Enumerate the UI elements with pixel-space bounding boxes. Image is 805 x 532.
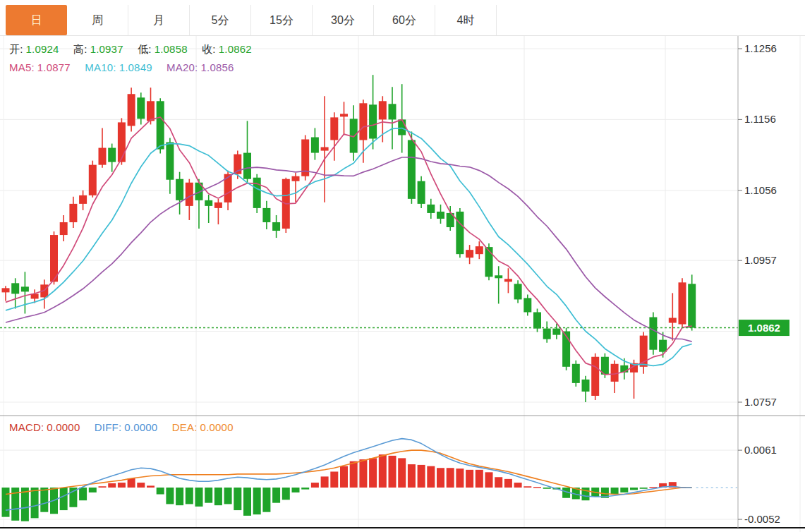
macd-bar-positive xyxy=(523,486,531,488)
tab-30分[interactable]: 30分 xyxy=(313,5,374,35)
macd-bar-positive xyxy=(118,483,126,488)
candle-down[interactable] xyxy=(311,138,319,153)
candle-down[interactable] xyxy=(205,200,212,206)
candles-layer[interactable] xyxy=(2,75,696,402)
tab-4时[interactable]: 4时 xyxy=(435,5,497,35)
macd-bar-positive xyxy=(369,458,377,488)
candle-up[interactable] xyxy=(89,165,97,195)
candle-up[interactable] xyxy=(99,148,107,165)
macd-axis-labels: 0.0061-0.0052 xyxy=(738,444,780,525)
tab-60分[interactable]: 60分 xyxy=(374,5,435,35)
macd-bar-positive xyxy=(427,466,435,488)
candle-down[interactable] xyxy=(389,104,397,119)
candle-up[interactable] xyxy=(147,101,155,121)
candle-down[interactable] xyxy=(157,101,164,149)
candle-down[interactable] xyxy=(437,212,444,219)
tab-周[interactable]: 周 xyxy=(67,5,128,35)
candle-up[interactable] xyxy=(60,222,68,235)
macd-histogram[interactable] xyxy=(2,454,686,521)
candle-up[interactable] xyxy=(79,195,87,204)
macd-bar-positive xyxy=(437,468,444,488)
macd-bar-positive xyxy=(514,483,522,488)
candle-down[interactable] xyxy=(688,284,696,327)
candle-down[interactable] xyxy=(582,380,590,392)
macd-bar-positive xyxy=(330,471,338,488)
macd-bar-positive xyxy=(108,483,116,488)
candle-down[interactable] xyxy=(427,205,435,213)
candle-down[interactable] xyxy=(495,275,502,278)
candle-down[interactable] xyxy=(552,329,560,335)
macd-bar-positive xyxy=(456,468,464,488)
macd-bar-positive xyxy=(485,472,493,488)
candle-up[interactable] xyxy=(669,318,677,323)
candle-down[interactable] xyxy=(523,298,531,312)
candle-down[interactable] xyxy=(543,329,551,339)
macd-bar-negative xyxy=(195,488,203,507)
candle-down[interactable] xyxy=(166,143,174,180)
candle-up[interactable] xyxy=(214,202,222,208)
candle-down[interactable] xyxy=(11,283,19,294)
candle-down[interactable] xyxy=(108,148,116,162)
macd-bar-positive xyxy=(418,465,425,488)
macd-bar-negative xyxy=(262,488,270,512)
candle-down[interactable] xyxy=(137,97,145,119)
macd-bar-positive xyxy=(311,483,319,488)
candle-down[interactable] xyxy=(659,340,667,352)
candle-up[interactable] xyxy=(330,117,338,140)
svg-text:1.1156: 1.1156 xyxy=(744,113,776,125)
candle-up[interactable] xyxy=(186,183,193,206)
macd-bar-positive xyxy=(137,483,145,488)
candle-down[interactable] xyxy=(369,104,377,138)
candle-up[interactable] xyxy=(69,204,77,222)
candle-down[interactable] xyxy=(514,284,522,299)
candle-up[interactable] xyxy=(679,282,686,324)
candle-down[interactable] xyxy=(253,178,261,208)
macd-bar-negative xyxy=(79,488,87,500)
candle-down[interactable] xyxy=(649,318,657,350)
macd-bar-negative xyxy=(282,488,290,500)
price-chart[interactable]: 1.12561.11561.10561.09571.07571.08620.00… xyxy=(0,36,805,532)
svg-text:0.0061: 0.0061 xyxy=(744,444,777,456)
macd-bar-negative xyxy=(640,488,648,489)
macd-bar-negative xyxy=(60,488,68,510)
candle-up[interactable] xyxy=(340,114,348,116)
candle-up[interactable] xyxy=(504,279,512,282)
candle-up[interactable] xyxy=(321,147,329,151)
tab-月[interactable]: 月 xyxy=(128,5,190,35)
svg-text:1.0757: 1.0757 xyxy=(744,396,777,408)
chart-area: 1.12561.11561.10561.09571.07571.08620.00… xyxy=(0,36,805,532)
macd-bar-negative xyxy=(620,488,628,492)
candle-down[interactable] xyxy=(21,286,29,291)
candle-up[interactable] xyxy=(2,288,10,292)
candle-down[interactable] xyxy=(572,364,580,383)
candle-up[interactable] xyxy=(476,246,483,254)
candle-down[interactable] xyxy=(262,208,270,222)
candle-up[interactable] xyxy=(591,357,599,396)
ma10-line xyxy=(6,128,692,366)
candle-down[interactable] xyxy=(408,140,416,199)
macd-bar-positive xyxy=(533,487,541,488)
candle-down[interactable] xyxy=(272,222,280,231)
candle-up[interactable] xyxy=(359,103,367,140)
candle-up[interactable] xyxy=(118,122,126,162)
candle-down[interactable] xyxy=(243,153,251,179)
candle-up[interactable] xyxy=(466,250,473,258)
candle-down[interactable] xyxy=(398,119,406,135)
candle-up[interactable] xyxy=(379,101,387,119)
candle-up[interactable] xyxy=(292,176,300,181)
candle-down[interactable] xyxy=(456,212,464,254)
candle-down[interactable] xyxy=(533,312,541,328)
macd-bar-positive xyxy=(340,466,348,488)
tab-日[interactable]: 日 xyxy=(6,5,67,35)
macd-bar-negative xyxy=(253,488,261,514)
candle-down[interactable] xyxy=(418,181,425,204)
macd-bar-positive xyxy=(379,454,387,488)
svg-text:1.0862: 1.0862 xyxy=(748,322,780,334)
candle-down[interactable] xyxy=(176,179,183,200)
svg-text:1.1256: 1.1256 xyxy=(744,42,777,54)
candle-up[interactable] xyxy=(128,94,135,126)
last-price-badge: 1.0862 xyxy=(739,320,789,336)
macd-bar-negative xyxy=(611,488,619,495)
tab-15分[interactable]: 15分 xyxy=(251,5,313,35)
tab-5分[interactable]: 5分 xyxy=(190,5,251,35)
